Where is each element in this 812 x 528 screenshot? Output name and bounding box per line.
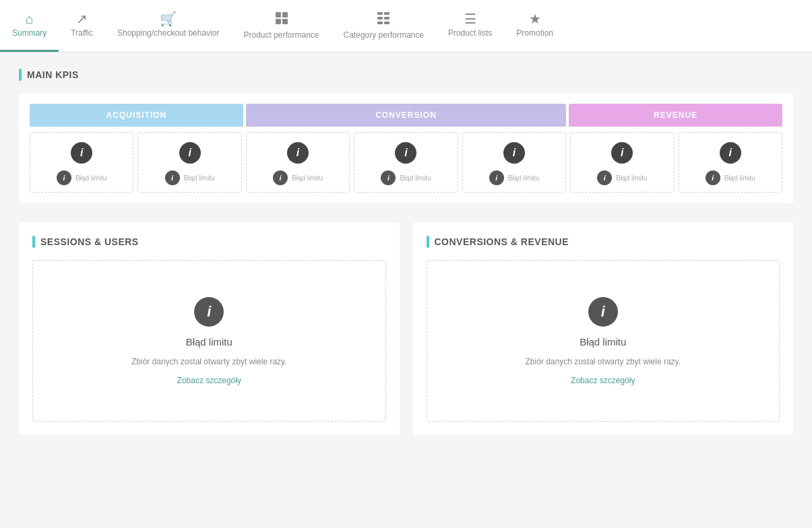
- kpi-error-3: i Błąd limitu: [273, 170, 323, 185]
- conversions-error-title: Błąd limitu: [580, 336, 626, 348]
- main-content: MAIN KPIs ACQUISITION CONVERSION REVENUE…: [0, 53, 812, 528]
- svg-rect-4: [377, 12, 383, 15]
- conversions-revenue-chart: i Błąd limitu Zbiór danych został otwart…: [427, 260, 780, 422]
- product-lists-icon: ☰: [464, 12, 476, 26]
- sessions-users-title: SESSIONS & USERS: [32, 236, 386, 248]
- svg-rect-0: [276, 12, 281, 18]
- kpi-category-acquisition: ACQUISITION: [30, 104, 243, 127]
- nav-category-performance-label: Category performance: [344, 30, 424, 40]
- charts-row: SESSIONS & USERS i Błąd limitu Zbiór dan…: [19, 222, 793, 435]
- kpi-card-1: i i Błąd limitu: [30, 132, 133, 193]
- product-performance-icon: [274, 11, 289, 28]
- info-icon-small-2: i: [165, 170, 180, 185]
- nav-category-performance[interactable]: Category performance: [332, 0, 436, 52]
- info-icon-small-1: i: [57, 170, 71, 185]
- kpi-card-4: i i Błąd limitu: [354, 132, 458, 193]
- info-icon-4[interactable]: i: [395, 142, 416, 164]
- promotion-icon: ★: [529, 12, 541, 26]
- nav-summary[interactable]: ⌂ Summary: [0, 0, 59, 52]
- nav-shopping[interactable]: 🛒 Shopping/checkout behavior: [105, 0, 231, 52]
- kpi-section: ACQUISITION CONVERSION REVENUE i i Błąd …: [19, 93, 793, 203]
- svg-rect-2: [276, 19, 281, 24]
- kpi-cards: i i Błąd limitu i i Błąd limitu i i B: [30, 132, 782, 193]
- shopping-icon: 🛒: [160, 12, 177, 26]
- info-icon-1[interactable]: i: [71, 142, 92, 164]
- kpi-error-4: i Błąd limitu: [381, 170, 431, 185]
- kpi-category-conversion: CONVERSION: [246, 104, 566, 127]
- home-icon: ⌂: [26, 12, 34, 26]
- main-kpis-title: MAIN KPIs: [19, 69, 793, 81]
- sessions-info-icon[interactable]: i: [194, 297, 224, 327]
- sessions-error-desc: Zbiór danych został otwarty zbyt wiele r…: [131, 357, 287, 366]
- info-icon-5[interactable]: i: [503, 142, 525, 164]
- kpi-error-2: i Błąd limitu: [165, 170, 215, 185]
- nav-traffic-label: Traffic: [71, 28, 93, 38]
- kpi-card-6: i i Błąd limitu: [570, 132, 674, 193]
- kpi-error-1: i Błąd limitu: [57, 170, 106, 185]
- info-icon-small-3: i: [273, 170, 288, 185]
- conversions-error-link[interactable]: Zobacz szczegóły: [571, 376, 635, 385]
- kpi-card-2: i i Błąd limitu: [137, 132, 241, 193]
- sessions-users-box: SESSIONS & USERS i Błąd limitu Zbiór dan…: [19, 222, 400, 435]
- sessions-error-link[interactable]: Zobacz szczegóły: [177, 376, 241, 385]
- info-icon-2[interactable]: i: [179, 142, 201, 164]
- conversions-revenue-box: CONVERSIONS & REVENUE i Błąd limitu Zbió…: [413, 222, 794, 435]
- main-nav: ⌂ Summary ↗ Traffic 🛒 Shopping/checkout …: [0, 0, 812, 53]
- kpi-category-revenue: REVENUE: [569, 104, 782, 127]
- info-icon-6[interactable]: i: [611, 142, 633, 164]
- svg-rect-5: [384, 12, 389, 15]
- svg-rect-6: [377, 17, 383, 20]
- traffic-icon: ↗: [76, 12, 88, 26]
- sessions-users-chart: i Błąd limitu Zbiór danych został otwart…: [32, 260, 386, 422]
- svg-rect-7: [384, 17, 389, 20]
- nav-summary-label: Summary: [12, 28, 46, 38]
- conversions-info-icon[interactable]: i: [588, 297, 618, 327]
- svg-rect-1: [282, 12, 288, 18]
- nav-promotion[interactable]: ★ Promotion: [504, 0, 565, 52]
- kpi-card-3: i i Błąd limitu: [246, 132, 350, 193]
- kpi-categories: ACQUISITION CONVERSION REVENUE: [30, 104, 782, 127]
- sessions-error-title: Błąd limitu: [186, 336, 232, 348]
- category-performance-icon: [376, 11, 391, 28]
- conversions-revenue-title: CONVERSIONS & REVENUE: [427, 236, 780, 248]
- conversions-error-desc: Zbiór danych został otwarty zbyt wiele r…: [525, 357, 681, 366]
- nav-product-lists-label: Product lists: [448, 28, 492, 38]
- kpi-card-5: i i Błąd limitu: [462, 132, 566, 193]
- info-icon-7[interactable]: i: [720, 142, 741, 164]
- nav-traffic[interactable]: ↗ Traffic: [59, 0, 105, 52]
- info-icon-small-4: i: [381, 170, 396, 185]
- svg-rect-3: [282, 19, 288, 24]
- svg-rect-9: [384, 22, 389, 24]
- nav-product-performance[interactable]: Product performance: [231, 0, 331, 52]
- info-icon-3[interactable]: i: [287, 142, 309, 164]
- kpi-card-7: i i Błąd limitu: [679, 132, 782, 193]
- svg-rect-8: [377, 22, 383, 24]
- kpi-error-7: i Błąd limitu: [706, 170, 755, 185]
- kpi-error-6: i Błąd limitu: [597, 170, 647, 185]
- info-icon-small-7: i: [706, 170, 720, 185]
- nav-product-performance-label: Product performance: [243, 30, 319, 40]
- info-icon-small-6: i: [597, 170, 612, 185]
- info-icon-small-5: i: [489, 170, 504, 185]
- nav-shopping-label: Shopping/checkout behavior: [117, 28, 219, 38]
- nav-promotion-label: Promotion: [516, 28, 553, 38]
- kpi-error-5: i Błąd limitu: [489, 170, 539, 185]
- nav-product-lists[interactable]: ☰ Product lists: [436, 0, 504, 52]
